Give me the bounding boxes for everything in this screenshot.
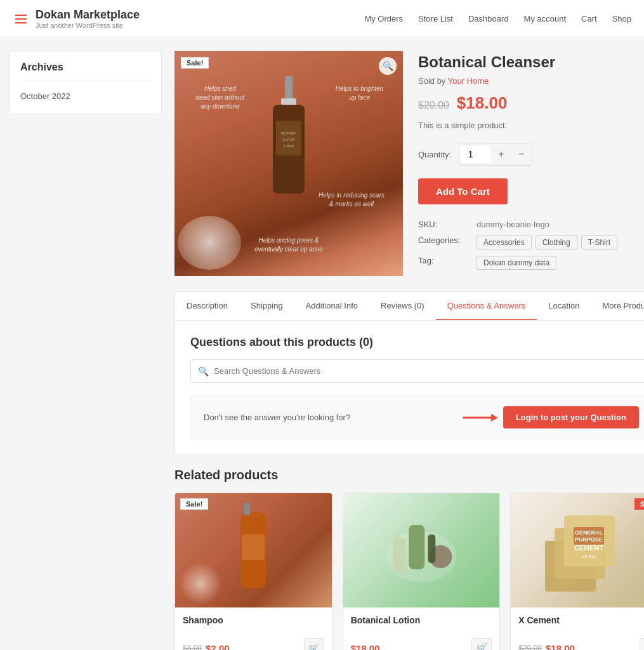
svg-marker-8 bbox=[491, 414, 498, 421]
categories-row: Categories: Accessories Clothing T-Shirt bbox=[418, 235, 644, 249]
cement-prices: $20.00 $18.00 bbox=[518, 643, 575, 651]
flower-decoration bbox=[178, 216, 241, 270]
shampoo-sale-badge: Sale! bbox=[180, 498, 208, 510]
lotion-prices: $18.00 bbox=[351, 643, 380, 651]
hamburger-menu[interactable] bbox=[13, 12, 29, 26]
search-qa-input[interactable] bbox=[190, 359, 644, 383]
cement-sale-badge: Sale! bbox=[634, 498, 644, 510]
sku-value: dummy-beanie-logo bbox=[476, 220, 549, 229]
main-content: Sale! Helps sheddead skin withoutany dow… bbox=[174, 51, 644, 650]
cement-name: X Cement bbox=[518, 615, 644, 625]
svg-rect-11 bbox=[242, 534, 265, 560]
qty-increase-button[interactable]: + bbox=[491, 143, 511, 165]
qa-answer-row: Don't see the answer you're looking for?… bbox=[190, 395, 644, 439]
add-to-cart-button[interactable]: Add To Cart bbox=[418, 178, 508, 204]
old-price: $20.00 bbox=[418, 100, 449, 110]
svg-rect-16 bbox=[428, 534, 435, 563]
sidebar-item-oct2022[interactable]: October 2022 bbox=[20, 89, 151, 103]
nav-cart[interactable]: Cart bbox=[581, 14, 597, 23]
tabs-nav: Description Shipping Additional Info Rev… bbox=[175, 292, 644, 321]
sold-by: Sold by Your Home bbox=[418, 76, 644, 86]
tag-list: Dokan dummy data bbox=[476, 256, 556, 270]
svg-text:BOTANY: BOTANY bbox=[281, 131, 296, 135]
category-clothing[interactable]: Clothing bbox=[536, 235, 577, 249]
img-text-3: Helps in reducing scars& marks as well bbox=[312, 191, 391, 209]
sidebar: Archives October 2022 bbox=[10, 51, 162, 650]
quantity-label: Quantity: bbox=[418, 150, 451, 159]
search-qa-icon: 🔍 bbox=[198, 366, 209, 376]
lotion-name: Botanical Lotion bbox=[351, 615, 492, 625]
lotion-add-cart-icon[interactable]: 🛒 bbox=[471, 638, 492, 650]
arrow-svg bbox=[463, 413, 498, 422]
tab-additional-info[interactable]: Additional Info bbox=[294, 292, 369, 321]
login-to-post-button[interactable]: Login to post your Question bbox=[503, 406, 639, 428]
cement-add-cart-icon[interactable]: 🛒 bbox=[640, 638, 644, 650]
cement-old-price: $20.00 bbox=[518, 644, 542, 650]
category-tshirt[interactable]: T-Shirt bbox=[581, 235, 617, 249]
cement-card-body: X Cement bbox=[511, 607, 644, 638]
nav-my-account[interactable]: My account bbox=[524, 14, 566, 23]
lotion-image[interactable] bbox=[343, 493, 500, 607]
nav-store-list[interactable]: Store List bbox=[418, 14, 453, 23]
product-description: This is a simple product. bbox=[418, 121, 644, 130]
product-image: Helps sheddead skin withoutany downtime … bbox=[174, 51, 403, 276]
tab-description[interactable]: Description bbox=[175, 292, 239, 321]
lotion-card-body: Botanical Lotion bbox=[343, 607, 500, 638]
nav-shop[interactable]: Shop bbox=[612, 14, 631, 23]
tag-row: Tag: Dokan dummy data bbox=[418, 256, 644, 270]
shampoo-old-price: $3.00 bbox=[183, 644, 202, 650]
tab-location[interactable]: Location bbox=[537, 292, 591, 321]
page-container: Archives October 2022 Sale! Helps shedde… bbox=[0, 38, 644, 650]
search-qa-wrap: 🔍 bbox=[190, 359, 644, 383]
category-accessories[interactable]: Accessories bbox=[476, 235, 532, 249]
shampoo-image[interactable]: Sale! bbox=[175, 493, 332, 607]
product-img-inner: Helps sheddead skin withoutany downtime … bbox=[174, 51, 403, 276]
img-text-2: Helps to brightenup face bbox=[327, 84, 391, 102]
quantity-row: Quantity: + − bbox=[418, 143, 644, 166]
nav-my-orders[interactable]: My Orders bbox=[364, 14, 403, 23]
quantity-input[interactable] bbox=[459, 145, 491, 163]
arrow-icon bbox=[463, 413, 498, 422]
brand-tagline: Just another WordPress site bbox=[36, 22, 140, 29]
svg-text:CEMENT: CEMENT bbox=[574, 544, 603, 552]
cement-card-footer: $20.00 $18.00 🛒 bbox=[511, 638, 644, 650]
related-grid: Sale! Shampoo $3.00 bbox=[174, 493, 644, 650]
product-zoom-icon[interactable]: 🔍 bbox=[379, 57, 397, 75]
qa-action-area: Login to post your Question bbox=[463, 406, 639, 428]
tabs-section: Description Shipping Additional Info Rev… bbox=[174, 291, 644, 455]
brand-info: Dokan Marketplace Just another WordPress… bbox=[36, 8, 140, 30]
product-title: Botanical Cleanser bbox=[418, 53, 644, 71]
product-info: Botanical Cleanser Sold by Your Home $20… bbox=[418, 51, 644, 276]
shampoo-flower bbox=[178, 563, 223, 604]
store-link[interactable]: Your Home bbox=[448, 76, 489, 86]
tab-qa[interactable]: Questions & Answers bbox=[436, 292, 537, 321]
nav-dashboard[interactable]: Dashboard bbox=[468, 14, 509, 23]
svg-text:ALPHA: ALPHA bbox=[282, 138, 295, 142]
qty-decrease-button[interactable]: − bbox=[511, 143, 532, 165]
qa-no-answer-text: Don't see the answer you're looking for? bbox=[204, 413, 350, 422]
sku-row: SKU: dummy-beanie-logo bbox=[418, 220, 644, 229]
svg-rect-10 bbox=[244, 503, 250, 515]
img-text-1: Helps sheddead skin withoutany downtime bbox=[186, 84, 254, 111]
tab-shipping[interactable]: Shipping bbox=[239, 292, 294, 321]
tab-reviews[interactable]: Reviews (0) bbox=[369, 292, 436, 321]
tag-dokan[interactable]: Dokan dummy data bbox=[476, 256, 556, 270]
svg-rect-13 bbox=[409, 525, 424, 569]
shampoo-name: Shampoo bbox=[183, 615, 324, 625]
lotion-card-footer: $18.00 🛒 bbox=[343, 638, 500, 650]
cement-svg: GENERAL PURPOSE CEMENT 25 KG bbox=[532, 503, 644, 604]
product-card-lotion: Botanical Lotion $18.00 🛒 bbox=[343, 493, 501, 650]
shampoo-add-cart-icon[interactable]: 🛒 bbox=[304, 638, 324, 650]
cement-image[interactable]: Sale! GENERAL PURPOSE CEMENT 25 KG bbox=[511, 493, 644, 607]
cement-new-price: $18.00 bbox=[546, 643, 575, 651]
tab-more-products[interactable]: More Products bbox=[591, 292, 644, 321]
tag-label: Tag: bbox=[418, 256, 469, 265]
quantity-control: + − bbox=[459, 143, 532, 166]
img-text-4: Helps unclog pores &eventually clear up … bbox=[226, 236, 352, 254]
tab-content-qa: Questions about this products (0) 🔍 Don'… bbox=[175, 321, 644, 454]
product-section: Sale! Helps sheddead skin withoutany dow… bbox=[174, 51, 644, 276]
product-image-wrap: Sale! Helps sheddead skin withoutany dow… bbox=[174, 51, 403, 276]
related-title: Related products bbox=[174, 468, 644, 482]
sale-badge: Sale! bbox=[181, 57, 209, 69]
shampoo-svg bbox=[221, 500, 285, 601]
